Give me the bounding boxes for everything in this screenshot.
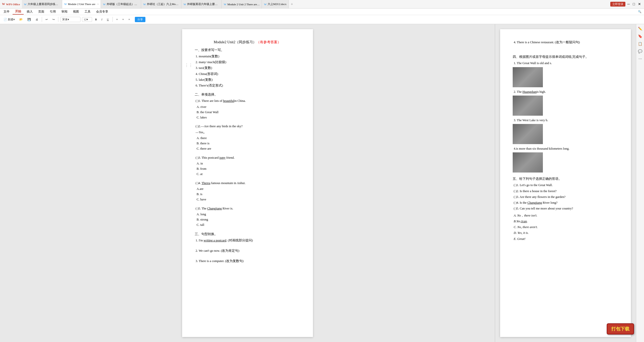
- search-toolbar-btn[interactable]: 🔍: [636, 10, 643, 14]
- left-page: ⋮⋮ Module2 Unit2（同步练习）（有参考答案） 一、按要求写一写。 …: [182, 29, 313, 337]
- q2-sub: —Yes,.: [195, 130, 300, 135]
- download-badge[interactable]: 打包下载: [607, 323, 634, 334]
- s4-item-3: 3. The West Lake is very b.: [513, 118, 618, 123]
- tab-label-4: 外研社（三起）六上Module 2 U:: [147, 2, 179, 6]
- tab-file[interactable]: 文件: [1, 9, 12, 14]
- q5-a: A. long: [197, 212, 300, 217]
- s5-item-2: ( )2. Is there a house in the forest?: [513, 189, 618, 194]
- right-actions: 分享: [133, 17, 147, 22]
- s4-item-1: 1. The Great Wall is old and s.: [513, 61, 618, 66]
- download-label: 打包下载: [611, 326, 629, 331]
- window-controls: 立即登录 ─ □ ✕: [608, 2, 644, 7]
- s5-ans-e: E. Great!: [513, 236, 618, 242]
- q3-stem: ( )3. This postcard ismy friend.: [195, 155, 300, 160]
- tab-vip[interactable]: 会员专享: [94, 9, 111, 14]
- font-size[interactable]: 12▾: [82, 17, 92, 22]
- user-login[interactable]: 立即登录: [610, 2, 625, 7]
- font-name[interactable]: 宋体▾: [60, 17, 80, 22]
- minimize-button[interactable]: ─: [626, 2, 631, 6]
- right-page: 4. There is a Chinese restaurant. (改为一般疑…: [500, 29, 631, 337]
- close-button[interactable]: ✕: [637, 2, 642, 6]
- underline-btn[interactable]: U: [105, 17, 110, 21]
- tab-view[interactable]: 视图: [70, 9, 82, 14]
- new-file-btn[interactable]: 📄 新建▾: [2, 17, 16, 22]
- side-btn-4[interactable]: 💬: [637, 48, 644, 55]
- tab-review[interactable]: 审阅: [59, 9, 70, 14]
- section5-title: 五、给下列句子选择正确的答语。: [513, 176, 618, 182]
- title-suffix: （有参考答案）: [256, 40, 281, 44]
- side-btn-1[interactable]: ✏️: [637, 25, 644, 32]
- tab-7[interactable]: W 六上M2U2.docx: [262, 0, 289, 8]
- side-btn-3[interactable]: 📋: [637, 40, 644, 47]
- rp-gap1: [513, 46, 618, 51]
- side-btn-5[interactable]: ⋯: [637, 55, 644, 62]
- maximize-button[interactable]: □: [632, 2, 636, 6]
- tab-label-5: 外研版英语六年级上册Module 2 分:: [187, 2, 220, 6]
- tab-2[interactable]: W Module 2 Unit There are ×: [62, 0, 101, 9]
- redo-btn[interactable]: ↪: [51, 17, 56, 22]
- q5-c: C. tall: [197, 222, 300, 228]
- section1-title: 一、按要求写一写。: [195, 47, 300, 53]
- tab-tools[interactable]: 工具: [82, 9, 93, 14]
- q5-b: B. strong: [197, 217, 300, 222]
- tab-bar: W 六年级上册英语同步练习-module 2 W Module 2 Unit T…: [22, 0, 608, 8]
- q3-c: C. at: [197, 172, 300, 177]
- tab-page[interactable]: 页面: [36, 9, 47, 14]
- tab-reference[interactable]: 引用: [47, 9, 58, 14]
- s5-ans-b: B.Yes,Ican.: [513, 219, 618, 224]
- tab-home[interactable]: 开始: [13, 9, 24, 15]
- tab-close-2[interactable]: ×: [97, 3, 99, 6]
- undo-btn[interactable]: ↩: [44, 17, 49, 22]
- sep1: [42, 17, 42, 22]
- section4-title: 四、根据图片或首字母提示填单词或词组,完成句子。: [513, 54, 618, 60]
- tab-icon-6: W: [224, 3, 226, 6]
- side-btn-2[interactable]: 🔖: [637, 33, 644, 40]
- q1-a: A. river: [197, 104, 300, 110]
- bold-btn[interactable]: B: [94, 17, 98, 21]
- s4-item-4: 4.is more than six thousand kilometers l…: [513, 146, 618, 151]
- align-right[interactable]: ≡: [127, 17, 131, 21]
- drag-handle[interactable]: ⋮⋮: [185, 62, 193, 69]
- q1-stem: ( )1. There are lots of beautifulin Chin…: [195, 98, 300, 104]
- tab-icon-5: W: [183, 3, 186, 6]
- align-center[interactable]: ≡: [121, 17, 125, 21]
- s1-item-3: 3. taxi(复数): [195, 65, 300, 71]
- title-main: Module2 Unit2（同步练习）: [214, 40, 257, 44]
- share-button[interactable]: 分享: [135, 17, 145, 22]
- left-doc-view[interactable]: ⋮⋮ Module2 Unit2（同步练习）（有参考答案） 一、按要求写一写。 …: [0, 24, 495, 342]
- q2-a: A. there: [197, 136, 300, 141]
- italic-btn[interactable]: I: [100, 17, 104, 21]
- q2-b: B. there is: [197, 141, 300, 146]
- align-left[interactable]: ≡: [115, 17, 119, 21]
- s5-ans-d: D. Yes, it is.: [513, 230, 618, 236]
- q2-c: C. there are: [197, 146, 300, 151]
- s5-item-3: ( )3. Are there any flowers in the garde…: [513, 194, 618, 200]
- open-file-btn[interactable]: 📂: [18, 17, 24, 22]
- q4-header: 4. There is a Chinese restaurant. (改为一般疑…: [513, 40, 618, 45]
- s1-item-5: 5. lake(复数): [195, 77, 300, 82]
- title-bar: W WPS Office W 六年级上册英语同步练习-module 2 W Mo…: [0, 0, 644, 9]
- save-btn[interactable]: 💾: [26, 17, 32, 22]
- side-toolbar: ✏️ 🔖 📋 💬 ⋯: [636, 24, 644, 342]
- right-doc-view[interactable]: 4. There is a Chinese restaurant. (改为一般疑…: [495, 24, 636, 342]
- print-btn[interactable]: 🖨: [34, 17, 40, 21]
- q2-stem: ( )2.—Are there any birds in the sky?: [195, 124, 300, 129]
- tab-5[interactable]: W 外研版英语六年级上册Module 2 分:: [181, 0, 222, 8]
- tab-3[interactable]: W 外研版（三年级起点）Moudle2Uni:: [101, 0, 141, 8]
- tab-insert[interactable]: 插入: [24, 9, 35, 14]
- tab-1[interactable]: W 六年级上册英语同步练习-module 2: [22, 0, 62, 8]
- tab-icon-3: W: [103, 3, 105, 6]
- q1-c: C. lakes: [197, 115, 300, 120]
- wps-name: WPS Office: [6, 3, 20, 6]
- section3-title: 三、句型转换。: [195, 231, 300, 237]
- tab-6[interactable]: W Module 2 Unit 2 There are lots of: [222, 0, 262, 8]
- sep3: [112, 17, 113, 22]
- tab-label-2: Module 2 Unit There are: [68, 3, 95, 6]
- ribbon-tab-bar: 文件 开始 插入 页面 引用 审阅 视图 工具 会员专享 🔍: [0, 9, 644, 15]
- new-tab-button[interactable]: +: [289, 2, 295, 7]
- q4-b: B. is: [197, 192, 300, 197]
- tab-4[interactable]: W 外研社（三起）六上Module 2 U:: [141, 0, 181, 8]
- s3-item-3: 3. There is a computer. (改为复数句): [195, 259, 300, 264]
- s1-item-4: 4. China(形容词): [195, 71, 300, 77]
- q3-b: B. from: [197, 166, 300, 172]
